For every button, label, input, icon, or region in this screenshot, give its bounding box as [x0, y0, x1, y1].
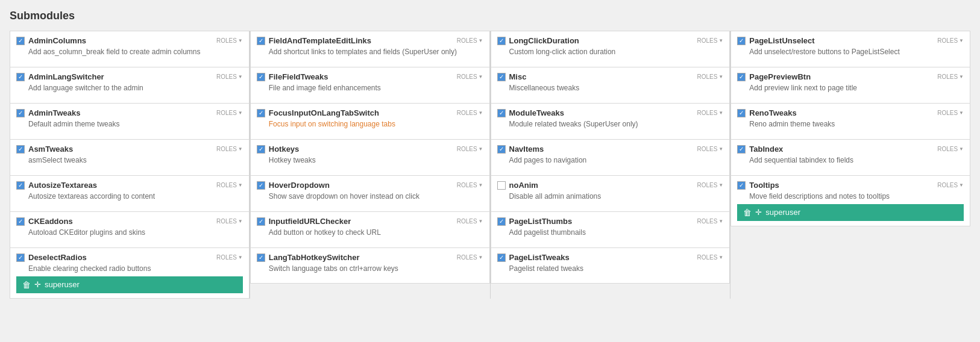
- module-checkbox-pagelistthumbs[interactable]: [497, 217, 506, 226]
- roles-label-renotweaks[interactable]: ROLES ▼: [937, 110, 964, 116]
- module-desc-noanim: Disable all admin animations: [497, 191, 724, 202]
- module-checkbox-ckeaddons[interactable]: [16, 217, 25, 226]
- module-card-pagepreviewbtn: PagePreviewBtnROLES ▼Add preview link ne…: [730, 67, 970, 103]
- roles-arrow-icon: ▼: [718, 182, 723, 188]
- roles-label-asmtweaks[interactable]: ROLES ▼: [216, 146, 243, 152]
- column-3: LongClickDurationROLES ▼Custom long-clic…: [491, 31, 731, 299]
- roles-label-longclickduration[interactable]: ROLES ▼: [697, 37, 723, 44]
- module-checkbox-noanim[interactable]: [497, 181, 506, 190]
- module-card-inputfieldurlchecker: InputfieldURLCheckerROLES ▼Add button or…: [250, 211, 490, 247]
- module-checkbox-tooltips[interactable]: [737, 181, 746, 190]
- module-header-admincolumns: AdminColumnsROLES ▼: [16, 36, 243, 45]
- module-name-renotweaks: RenoTweaks: [749, 108, 797, 117]
- roles-label-admintweaks[interactable]: ROLES ▼: [216, 110, 243, 116]
- module-checkbox-pagelistunselect[interactable]: [737, 37, 746, 45]
- module-name-pagepreviewbtn: PagePreviewBtn: [749, 72, 811, 81]
- roles-text: ROLES: [457, 218, 477, 225]
- module-card-fieldandtemplateeditlinks: FieldAndTemplateEditLinksROLES ▼Add shor…: [250, 31, 490, 67]
- roles-label-misc[interactable]: ROLES ▼: [697, 73, 723, 80]
- roles-label-filefieldtweaks[interactable]: ROLES ▼: [457, 73, 483, 80]
- roles-label-fieldandtemplateeditlinks[interactable]: ROLES ▼: [457, 37, 483, 44]
- module-checkbox-navitems[interactable]: [497, 145, 506, 154]
- module-checkbox-hotkeys[interactable]: [257, 145, 265, 154]
- module-checkbox-admintweaks[interactable]: [16, 109, 25, 117]
- page: Submodules AdminColumnsROLES ▼Add aos_co…: [0, 0, 980, 342]
- roles-label-hotkeys[interactable]: ROLES ▼: [457, 146, 483, 152]
- module-checkbox-renotweaks[interactable]: [737, 109, 746, 117]
- superuser-bar-tooltips[interactable]: 🗑✛superuser: [737, 204, 964, 221]
- module-checkbox-inputfieldurlchecker[interactable]: [257, 217, 265, 226]
- module-checkbox-asmtweaks[interactable]: [16, 145, 25, 154]
- module-card-renotweaks: RenoTweaksROLES ▼Reno admin theme tweaks: [730, 103, 970, 139]
- module-checkbox-hoverdropdown[interactable]: [257, 181, 265, 190]
- roles-arrow-icon: ▼: [959, 74, 964, 79]
- roles-label-hoverdropdown[interactable]: ROLES ▼: [457, 182, 483, 188]
- module-checkbox-moduletweaks[interactable]: [497, 109, 506, 117]
- module-desc-filefieldtweaks: File and image field enhancements: [257, 83, 483, 93]
- roles-arrow-icon: ▼: [718, 110, 723, 116]
- module-checkbox-misc[interactable]: [497, 73, 506, 81]
- module-desc-pagelistthumbs: Add pagelist thumbnails: [497, 228, 724, 238]
- module-checkbox-adminlangswitcher[interactable]: [16, 73, 25, 81]
- roles-label-pagelisttweaks[interactable]: ROLES ▼: [697, 254, 723, 261]
- module-checkbox-longclickduration[interactable]: [497, 37, 506, 45]
- module-title-row-langtabhotkeyswitcher: LangTabHotkeySwitcher: [257, 253, 360, 262]
- submodules-grid: AdminColumnsROLES ▼Add aos_column_break …: [10, 31, 970, 299]
- module-header-fieldandtemplateeditlinks: FieldAndTemplateEditLinksROLES ▼: [257, 36, 483, 45]
- module-desc-asmtweaks: asmSelect tweaks: [16, 155, 243, 166]
- module-header-asmtweaks: AsmTweaksROLES ▼: [16, 145, 243, 154]
- module-title-row-longclickduration: LongClickDuration: [497, 36, 579, 45]
- roles-arrow-icon: ▼: [479, 219, 483, 224]
- module-title-row-inputfieldurlchecker: InputfieldURLChecker: [257, 217, 351, 226]
- module-desc-deselectradios: Enable clearing checked radio buttons: [16, 264, 243, 274]
- roles-label-inputfieldurlchecker[interactable]: ROLES ▼: [457, 218, 483, 225]
- module-desc-adminlangswitcher: Add language switcher to the admin: [16, 83, 243, 93]
- roles-label-admincolumns[interactable]: ROLES ▼: [216, 37, 243, 44]
- roles-label-adminlangswitcher[interactable]: ROLES ▼: [216, 73, 243, 80]
- module-desc-moduletweaks: Module related tweaks (SuperUser only): [497, 119, 724, 129]
- roles-label-moduletweaks[interactable]: ROLES ▼: [697, 110, 723, 116]
- module-checkbox-tabindex[interactable]: [737, 145, 746, 154]
- plus-icon: ✛: [34, 280, 41, 289]
- module-checkbox-langtabhotkeyswitcher[interactable]: [257, 253, 265, 262]
- module-checkbox-deselectradios[interactable]: [16, 253, 25, 262]
- roles-arrow-icon: ▼: [479, 182, 483, 188]
- roles-label-ckeaddons[interactable]: ROLES ▼: [216, 218, 243, 225]
- roles-label-pagelistthumbs[interactable]: ROLES ▼: [697, 218, 723, 225]
- roles-label-focusinputonlangtabswitch[interactable]: ROLES ▼: [457, 110, 483, 116]
- module-title-row-noanim: noAnim: [497, 181, 538, 190]
- roles-label-pagelistunselect[interactable]: ROLES ▼: [937, 37, 964, 44]
- module-card-adminlangswitcher: AdminLangSwitcherROLES ▼Add language swi…: [10, 67, 250, 103]
- roles-label-autosizetextareas[interactable]: ROLES ▼: [216, 182, 243, 188]
- module-checkbox-pagelisttweaks[interactable]: [497, 253, 506, 262]
- roles-label-tabindex[interactable]: ROLES ▼: [937, 146, 964, 152]
- module-checkbox-focusinputonlangtabswitch[interactable]: [257, 109, 265, 117]
- roles-arrow-icon: ▼: [238, 255, 243, 260]
- module-name-deselectradios: DeselectRadios: [28, 253, 87, 262]
- module-title-row-pagelistthumbs: PageListThumbs: [497, 217, 573, 226]
- module-name-misc: Misc: [509, 72, 527, 81]
- module-header-tooltips: TooltipsROLES ▼: [737, 181, 964, 190]
- module-checkbox-filefieldtweaks[interactable]: [257, 73, 265, 81]
- module-checkbox-admincolumns[interactable]: [16, 37, 25, 45]
- roles-label-deselectradios[interactable]: ROLES ▼: [216, 254, 243, 261]
- roles-label-langtabhotkeyswitcher[interactable]: ROLES ▼: [457, 254, 483, 261]
- module-checkbox-pagepreviewbtn[interactable]: [737, 73, 746, 81]
- module-desc-pagelistunselect: Add unselect/restore buttons to PageList…: [737, 47, 964, 57]
- module-title-row-autosizetextareas: AutosizeTextareas: [16, 181, 97, 190]
- module-header-navitems: NavItemsROLES ▼: [497, 145, 724, 154]
- module-checkbox-autosizetextareas[interactable]: [16, 181, 25, 190]
- roles-text: ROLES: [697, 182, 717, 188]
- roles-arrow-icon: ▼: [238, 110, 243, 116]
- roles-label-navitems[interactable]: ROLES ▼: [697, 146, 723, 152]
- roles-label-tooltips[interactable]: ROLES ▼: [937, 182, 964, 188]
- module-card-autosizetextareas: AutosizeTextareasROLES ▼Autosize textare…: [10, 175, 250, 211]
- roles-label-pagepreviewbtn[interactable]: ROLES ▼: [937, 73, 964, 80]
- module-title-row-pagelisttweaks: PageListTweaks: [497, 253, 570, 262]
- superuser-bar-deselectradios[interactable]: 🗑✛superuser: [16, 276, 243, 293]
- roles-arrow-icon: ▼: [479, 38, 483, 43]
- module-checkbox-fieldandtemplateeditlinks[interactable]: [257, 37, 265, 45]
- module-name-adminlangswitcher: AdminLangSwitcher: [28, 72, 104, 81]
- roles-label-noanim[interactable]: ROLES ▼: [697, 182, 723, 188]
- superuser-label: superuser: [45, 280, 80, 289]
